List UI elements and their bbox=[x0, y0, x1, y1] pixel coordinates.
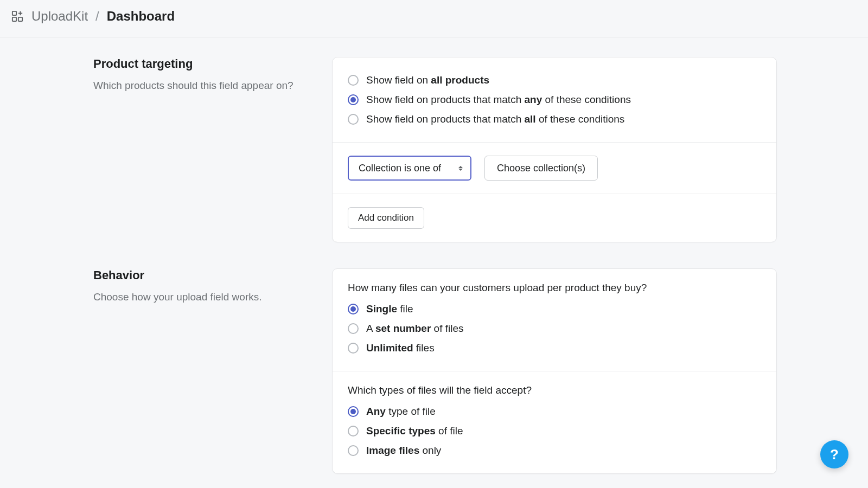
targeting-radio-match-any[interactable]: Show field on products that match any of… bbox=[348, 90, 761, 110]
file-count-radio-unlimited[interactable]: Unlimited files bbox=[348, 338, 761, 358]
targeting-radio-all-products[interactable]: Show field on all products bbox=[348, 70, 761, 90]
radio-label: Specific types of file bbox=[366, 425, 463, 437]
radio-icon bbox=[348, 114, 359, 125]
radio-icon bbox=[348, 75, 359, 86]
add-condition-button[interactable]: Add condition bbox=[348, 207, 424, 229]
breadcrumb-header: UploadKit / Dashboard bbox=[0, 0, 868, 37]
radio-label: Unlimited files bbox=[366, 342, 435, 354]
targeting-radio-match-all[interactable]: Show field on products that match all of… bbox=[348, 110, 761, 129]
targeting-add-condition-block: Add condition bbox=[333, 194, 776, 242]
radio-label: Single file bbox=[366, 303, 413, 315]
radio-icon bbox=[348, 426, 359, 436]
condition-type-select[interactable]: Collection is one of bbox=[348, 156, 471, 181]
section-product-targeting: Product targeting Which products should … bbox=[0, 57, 868, 242]
card-behavior: How many files can your customers upload… bbox=[332, 268, 777, 474]
behavior-file-count-block: How many files can your customers upload… bbox=[333, 269, 776, 371]
file-count-radio-single[interactable]: Single file bbox=[348, 299, 761, 319]
app-logo-icon bbox=[11, 10, 24, 23]
radio-icon bbox=[348, 445, 359, 456]
app-name[interactable]: UploadKit bbox=[31, 9, 88, 24]
radio-icon bbox=[348, 94, 359, 105]
card-targeting: Show field on all products Show field on… bbox=[332, 57, 777, 242]
targeting-condition-row: Collection is one of Choose collection(s… bbox=[333, 142, 776, 194]
section-desc-targeting: Which products should this field appear … bbox=[93, 79, 304, 93]
radio-label: Any type of file bbox=[366, 406, 436, 418]
radio-label: Show field on products that match all of… bbox=[366, 113, 624, 125]
file-type-radio-specific[interactable]: Specific types of file bbox=[348, 421, 761, 441]
svg-rect-0 bbox=[12, 11, 16, 15]
radio-icon bbox=[348, 406, 359, 417]
radio-label: Show field on products that match any of… bbox=[366, 94, 631, 106]
help-icon: ? bbox=[830, 446, 839, 463]
section-title-targeting: Product targeting bbox=[93, 57, 304, 71]
svg-rect-2 bbox=[18, 17, 22, 21]
breadcrumb-separator: / bbox=[95, 9, 99, 24]
section-desc-behavior: Choose how your upload field works. bbox=[93, 290, 304, 305]
behavior-q1: How many files can your customers upload… bbox=[348, 282, 761, 294]
help-button[interactable]: ? bbox=[820, 440, 848, 468]
select-caret-icon bbox=[458, 166, 463, 171]
radio-icon bbox=[348, 343, 359, 354]
svg-rect-1 bbox=[12, 17, 16, 21]
select-value: Collection is one of bbox=[359, 163, 441, 174]
section-title-behavior: Behavior bbox=[93, 268, 304, 282]
choose-collections-button[interactable]: Choose collection(s) bbox=[484, 156, 598, 181]
radio-label: Show field on all products bbox=[366, 74, 489, 86]
targeting-radio-group: Show field on all products Show field on… bbox=[333, 57, 776, 142]
radio-label: A set number of files bbox=[366, 323, 464, 335]
radio-icon bbox=[348, 323, 359, 334]
breadcrumb-current: Dashboard bbox=[107, 9, 175, 24]
file-type-radio-image-only[interactable]: Image files only bbox=[348, 441, 761, 460]
behavior-q2: Which types of files will the field acce… bbox=[348, 384, 761, 396]
file-count-radio-set-number[interactable]: A set number of files bbox=[348, 319, 761, 338]
behavior-file-types-block: Which types of files will the field acce… bbox=[333, 371, 776, 473]
file-type-radio-any[interactable]: Any type of file bbox=[348, 402, 761, 421]
radio-label: Image files only bbox=[366, 445, 441, 457]
section-behavior: Behavior Choose how your upload field wo… bbox=[0, 268, 868, 474]
radio-icon bbox=[348, 304, 359, 314]
